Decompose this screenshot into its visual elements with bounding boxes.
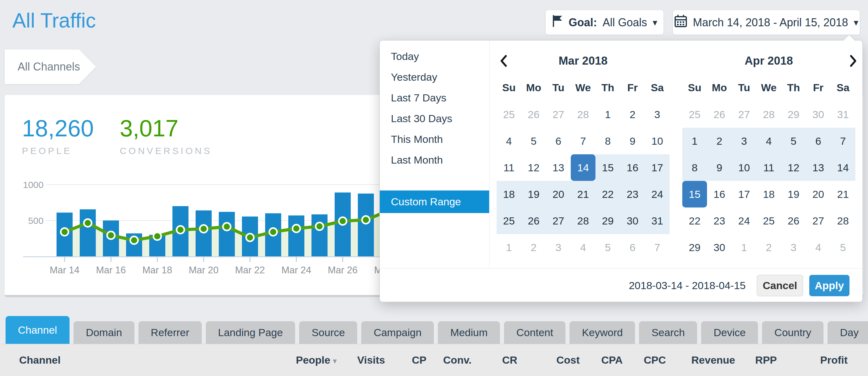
day-cell[interactable]: 1	[497, 234, 521, 261]
day-cell[interactable]: 25	[682, 101, 707, 128]
day-cell[interactable]: 5	[831, 234, 855, 261]
day-cell[interactable]: 3	[781, 234, 806, 261]
day-cell[interactable]: 6	[806, 128, 831, 154]
tab-search[interactable]: Search	[639, 321, 697, 344]
day-cell[interactable]: 11	[497, 154, 521, 181]
breadcrumb-all-channels[interactable]: All Channels	[5, 50, 96, 84]
tab-campaign[interactable]: Campaign	[361, 321, 434, 344]
day-cell[interactable]: 9	[620, 128, 645, 154]
day-cell[interactable]: 8	[682, 154, 707, 181]
day-cell[interactable]: 31	[831, 101, 855, 128]
column-header-people[interactable]: People▾	[269, 354, 337, 366]
day-cell[interactable]: 4	[497, 128, 521, 154]
day-cell[interactable]: 26	[781, 207, 806, 234]
day-cell[interactable]: 20	[546, 181, 571, 207]
date-range-button[interactable]: March 14, 2018 - April 15, 2018 ▾	[673, 10, 860, 35]
conversions-marker[interactable]	[223, 223, 231, 231]
day-cell[interactable]: 30	[806, 101, 831, 128]
day-cell[interactable]: 4	[806, 234, 831, 261]
column-header-rpp[interactable]: RPP	[735, 354, 777, 366]
preset-this-month[interactable]: This Month	[380, 129, 489, 150]
conversions-marker[interactable]	[130, 236, 138, 244]
column-header-cost[interactable]: Cost	[517, 354, 580, 366]
day-cell[interactable]: 3	[546, 234, 571, 261]
day-cell[interactable]: 25	[497, 207, 521, 234]
day-cell[interactable]: 3	[645, 101, 670, 128]
preset-today[interactable]: Today	[380, 46, 489, 67]
day-cell[interactable]: 25	[756, 207, 781, 234]
day-cell[interactable]: 5	[781, 128, 806, 154]
day-cell[interactable]: 7	[831, 128, 855, 154]
day-cell[interactable]: 17	[645, 154, 670, 181]
preset-last-7-days[interactable]: Last 7 Days	[380, 87, 489, 108]
day-cell[interactable]: 13	[546, 154, 571, 181]
day-cell[interactable]: 29	[595, 207, 620, 234]
conversions-marker[interactable]	[362, 216, 370, 224]
day-cell[interactable]: 7	[571, 128, 595, 154]
conversions-marker[interactable]	[339, 218, 347, 225]
column-header-visits[interactable]: Visits	[337, 354, 385, 366]
tab-landing-page[interactable]: Landing Page	[206, 321, 296, 344]
day-cell[interactable]: 21	[571, 181, 595, 207]
day-cell[interactable]: 2	[756, 234, 781, 261]
day-cell[interactable]: 30	[620, 207, 645, 234]
day-cell[interactable]: 25	[497, 101, 521, 128]
day-cell[interactable]: 30	[707, 234, 732, 261]
day-cell[interactable]: 6	[546, 128, 571, 154]
day-cell[interactable]: 29	[781, 101, 806, 128]
day-cell[interactable]: 11	[756, 154, 781, 181]
day-cell[interactable]: 28	[571, 101, 595, 128]
column-header-cr[interactable]: CR	[471, 354, 517, 366]
day-cell[interactable]: 23	[620, 181, 645, 207]
day-cell[interactable]: 29	[682, 234, 707, 261]
tab-content[interactable]: Content	[504, 321, 565, 344]
day-cell[interactable]: 4	[571, 234, 595, 261]
day-cell[interactable]: 13	[806, 154, 831, 181]
day-cell[interactable]: 16	[620, 154, 645, 181]
people-bar[interactable]	[80, 209, 96, 256]
conversions-marker[interactable]	[177, 226, 184, 234]
conversions-marker[interactable]	[292, 225, 300, 233]
day-cell-selected[interactable]: 14	[571, 154, 595, 181]
day-cell[interactable]: 1	[682, 128, 707, 154]
people-bar[interactable]	[311, 214, 328, 256]
tab-country[interactable]: Country	[762, 321, 824, 344]
day-cell[interactable]: 21	[831, 181, 855, 207]
preset-last-30-days[interactable]: Last 30 Days	[380, 108, 489, 129]
day-cell[interactable]: 4	[756, 128, 781, 154]
goal-selector-button[interactable]: Goal: All Goals ▾	[546, 10, 664, 35]
day-cell[interactable]: 28	[831, 207, 855, 234]
day-cell[interactable]: 26	[707, 101, 732, 128]
day-cell[interactable]: 9	[707, 154, 732, 181]
day-cell[interactable]: 1	[595, 101, 620, 128]
apply-button[interactable]: Apply	[809, 275, 849, 296]
column-header-revenue[interactable]: Revenue	[666, 354, 735, 366]
people-bar[interactable]	[358, 194, 374, 256]
column-header-profit[interactable]: Profit	[777, 354, 847, 366]
chevron-right-icon[interactable]	[849, 54, 857, 69]
conversions-marker[interactable]	[200, 225, 208, 233]
conversions-marker[interactable]	[316, 223, 323, 230]
column-header-channel[interactable]: Channel	[19, 354, 269, 366]
cancel-button[interactable]: Cancel	[757, 275, 803, 296]
day-cell[interactable]: 14	[831, 154, 855, 181]
preset-custom-range[interactable]: Custom Range	[380, 191, 489, 213]
people-bar[interactable]	[288, 215, 304, 256]
day-cell[interactable]: 28	[756, 101, 781, 128]
tab-medium[interactable]: Medium	[438, 321, 500, 344]
tab-device[interactable]: Device	[701, 321, 758, 344]
day-cell[interactable]: 18	[497, 181, 521, 207]
day-cell-selected[interactable]: 15	[682, 181, 707, 207]
day-cell[interactable]: 5	[595, 234, 620, 261]
day-cell[interactable]: 16	[707, 181, 732, 207]
tab-keyword[interactable]: Keyword	[569, 321, 635, 344]
day-cell[interactable]: 20	[806, 181, 831, 207]
day-cell[interactable]: 26	[521, 101, 546, 128]
day-cell[interactable]: 10	[645, 128, 670, 154]
day-cell[interactable]: 22	[595, 181, 620, 207]
day-cell[interactable]: 2	[521, 234, 546, 261]
day-cell[interactable]: 6	[620, 234, 645, 261]
conversions-marker[interactable]	[107, 232, 115, 239]
day-cell[interactable]: 24	[732, 207, 756, 234]
day-cell[interactable]: 5	[521, 128, 546, 154]
